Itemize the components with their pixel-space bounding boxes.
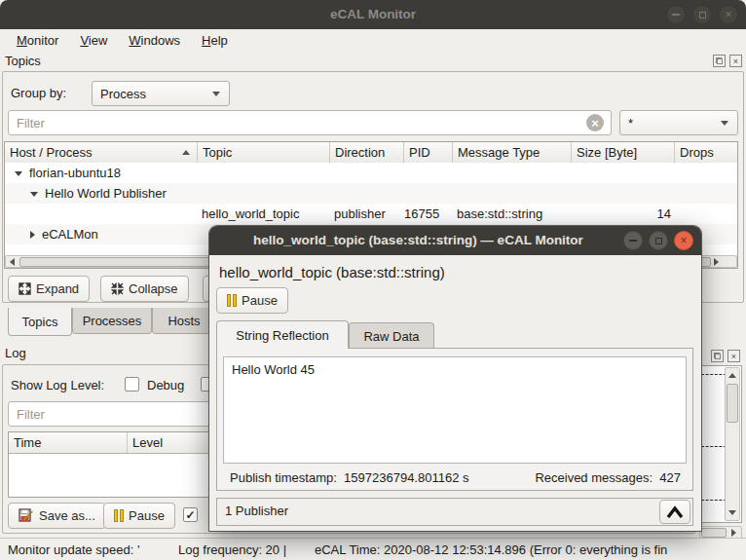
debug-checkbox[interactable] [125, 377, 139, 392]
dashed-separator [701, 500, 727, 501]
log-pause-button[interactable]: Pause [103, 503, 175, 529]
chevron-down-icon [212, 92, 220, 96]
column-label: Time [14, 435, 41, 450]
collapse-icon [111, 282, 124, 295]
column-label: Size [Byte] [577, 145, 637, 160]
table-row-process[interactable]: Hello World Publisher [5, 183, 737, 204]
right-dock-close-button[interactable]: × [727, 350, 740, 362]
column-header-drops[interactable]: Drops [675, 142, 733, 163]
menu-monitor-mnemonic: M [17, 33, 27, 48]
ecal-time: eCAL Time: 2020-08-12 12:53:14.896 (Erro… [315, 542, 667, 557]
window-title: eCAL Monitor [0, 0, 746, 29]
main-titlebar[interactable]: eCAL Monitor × [0, 0, 746, 29]
table-row-host[interactable]: florian-ubuntu18 [5, 163, 737, 183]
column-header-time[interactable]: Time [9, 432, 128, 453]
filter-column-value: * [628, 116, 633, 131]
column-header-host-process[interactable]: Host / Process [5, 142, 198, 163]
maximize-icon [699, 12, 706, 19]
tree-collapsed-icon[interactable] [30, 231, 35, 239]
tab-label: Hosts [168, 314, 200, 328]
scroll-left-icon[interactable] [10, 258, 15, 266]
filter-column-combobox[interactable]: * [619, 110, 738, 135]
minimize-button[interactable] [666, 5, 686, 24]
column-header-size[interactable]: Size [Byte] [572, 142, 675, 163]
column-header-message-type[interactable]: Message Type [453, 142, 572, 163]
tab-raw-data[interactable]: Raw Data [349, 322, 434, 349]
tree-expanded-icon[interactable] [15, 171, 22, 176]
dock-close-icon: × [733, 56, 738, 66]
dialog-titlebar[interactable]: hello_world_topic (base:std::string) — e… [209, 226, 701, 255]
received-messages-value: 427 [659, 470, 681, 485]
expand-publisher-list-button[interactable] [659, 500, 690, 524]
close-button[interactable]: × [719, 5, 738, 24]
log-frequency: Log frequency: 20 | [178, 542, 286, 557]
chevron-down-icon [721, 121, 728, 126]
scroll-right-icon[interactable] [731, 529, 736, 537]
save-as-button[interactable]: Save as... [8, 503, 106, 529]
topics-dock-close-button[interactable]: × [729, 55, 742, 67]
column-header-direction[interactable]: Direction [330, 142, 404, 163]
group-by-label: Group by: [11, 86, 66, 100]
scroll-down-icon[interactable] [728, 510, 736, 515]
publisher-bar: 1 Publisher [216, 498, 693, 526]
collapse-button[interactable]: Collapse [100, 276, 189, 302]
table-row-topic[interactable]: hello_world_topic publisher 16755 base:s… [5, 204, 737, 224]
scroll-right-icon[interactable] [714, 258, 719, 266]
dialog-pause-button[interactable]: Pause [216, 287, 288, 314]
show-log-level-label: Show Log Level: [11, 378, 104, 392]
group-by-combobox[interactable]: Process [92, 81, 230, 106]
topics-table-header: Host / Process Topic Direction PID Messa… [5, 142, 737, 164]
expand-button[interactable]: Expand [8, 276, 90, 302]
tab-string-reflection[interactable]: String Reflection [216, 320, 349, 349]
pid-cell: 16755 [404, 204, 449, 224]
scrollbar-thumb[interactable] [701, 528, 727, 538]
dialog-minimize-button[interactable] [623, 231, 643, 250]
column-label: Topic [203, 145, 232, 160]
column-header-topic[interactable]: Topic [198, 142, 330, 163]
tree-expanded-icon[interactable] [30, 192, 38, 197]
scroll-up-icon[interactable] [728, 373, 736, 378]
group-by-value: Process [100, 87, 146, 101]
right-dock-float-button[interactable] [711, 350, 724, 362]
size-cell: 14 [572, 204, 671, 224]
menu-help[interactable]: Help [191, 31, 239, 50]
column-header-pid[interactable]: PID [404, 142, 453, 163]
collapse-label: Collapse [129, 281, 178, 296]
debug-label: Debug [147, 378, 184, 392]
expand-icon [19, 282, 31, 295]
save-icon [19, 508, 34, 523]
publish-timestamp: Publish timestamp: 1597236794.801162 s [230, 470, 469, 485]
tab-processes[interactable]: Processes [72, 308, 152, 334]
direction-cell: publisher [334, 204, 404, 224]
column-label: Level [132, 435, 163, 450]
menu-windows[interactable]: Windows [118, 31, 191, 50]
tab-topics[interactable]: Topics [8, 308, 72, 336]
publish-timestamp-label: Publish timestamp: [230, 470, 337, 485]
autoscroll-checkbox[interactable]: ✓ [183, 507, 198, 522]
maximize-button[interactable] [692, 5, 712, 24]
received-messages-label: Received messages: [535, 470, 653, 485]
dialog-window-controls: × [623, 231, 693, 250]
scrollbar-thumb[interactable] [727, 384, 738, 423]
right-vertical-scrollbar[interactable] [725, 367, 740, 521]
ecal-monitor-window: eCAL Monitor × Monitor View Windows Help… [0, 0, 746, 560]
menu-windows-label: indows [141, 33, 180, 48]
menu-view-label: iew [89, 33, 108, 48]
dialog-close-button[interactable]: × [674, 231, 693, 250]
topics-filter-input[interactable] [8, 110, 612, 135]
tab-hosts[interactable]: Hosts [152, 308, 216, 334]
menu-monitor[interactable]: Monitor [6, 31, 69, 50]
save-as-label: Save as... [39, 508, 95, 523]
message-textbox[interactable]: Hello World 45 [223, 356, 687, 464]
dialog-heading: hello_world_topic (base:std::string) [219, 264, 445, 280]
right-dock-buttons: × [711, 350, 740, 362]
filter-clear-button[interactable]: × [586, 114, 604, 131]
topic-reflection-dialog: hello_world_topic (base:std::string) — e… [209, 226, 701, 531]
publish-timestamp-value: 1597236794.801162 s [344, 470, 468, 485]
dialog-maximize-button[interactable] [649, 231, 668, 250]
topics-dock-float-button[interactable] [713, 55, 726, 67]
menu-view[interactable]: View [69, 31, 118, 50]
close-icon: × [680, 234, 687, 247]
checkmark-icon: ✓ [185, 508, 195, 522]
process-name: Hello World Publisher [45, 186, 167, 201]
